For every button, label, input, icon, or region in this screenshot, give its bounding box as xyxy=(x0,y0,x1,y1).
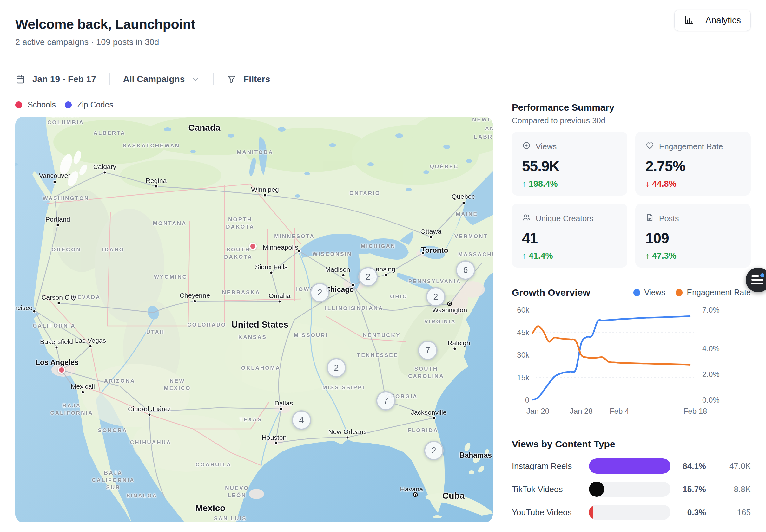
map-city-label: Washington xyxy=(432,306,467,314)
map-city-dot xyxy=(154,185,158,188)
map-region-label: SONORA xyxy=(98,427,127,434)
svg-text:0: 0 xyxy=(525,396,529,404)
map-city-dot xyxy=(278,300,282,303)
map-city-label: Sioux Falls xyxy=(255,263,288,271)
map-region-label: BAJA CALIFORNIA SUR xyxy=(92,470,135,491)
growth-legend-item[interactable]: Engagement Rate xyxy=(676,288,751,297)
map-cluster-marker[interactable]: 4 xyxy=(292,410,311,430)
map-city-dot xyxy=(270,271,273,275)
map-cluster-marker[interactable]: 2 xyxy=(426,287,445,307)
map-region-label: NEVADA xyxy=(73,294,101,301)
map-cluster-marker[interactable]: 6 xyxy=(456,260,475,280)
map-region-label: OREGON xyxy=(51,246,81,254)
map-region-label: UTAH xyxy=(146,329,165,336)
filters-button[interactable]: Filters xyxy=(244,74,270,84)
map-region-label: MISSISSIPPI xyxy=(322,384,365,392)
zipcodes-dot-icon xyxy=(65,101,72,108)
map-city-dot xyxy=(421,251,425,255)
growth-legend-label: Engagement Rate xyxy=(687,288,751,297)
map-city-dot xyxy=(57,302,61,305)
map-region-label: SOUTH DAKOTA xyxy=(224,246,252,261)
map-city-dot xyxy=(263,194,267,197)
campaign-selector[interactable]: All Campaigns xyxy=(123,74,185,84)
content-type-percent: 0.3% xyxy=(671,508,706,517)
legend-zipcodes[interactable]: Zip Codes xyxy=(65,100,113,109)
content-type-value: 8.8K xyxy=(706,484,751,494)
content-type-percent: 84.1% xyxy=(671,461,706,471)
map-city-label: Vancouver xyxy=(39,172,70,179)
map-city-dot xyxy=(429,236,433,239)
map-city-label: Madison xyxy=(325,266,350,273)
geo-map[interactable]: CanadaUnited StatesMexicoCubaBahamasBRIT… xyxy=(15,117,493,522)
chevron-down-icon[interactable] xyxy=(191,75,200,84)
map-city-label: ncisco xyxy=(15,304,33,312)
map-city-label: Cheyenne xyxy=(179,292,210,299)
growth-legend: ViewsEngagement Rate xyxy=(633,288,751,297)
map-region-label: COLORADO xyxy=(187,321,226,329)
map-region-label: KANSAS xyxy=(238,334,267,341)
map-region-label: BAJA CALIFORNIA xyxy=(50,402,93,417)
map-region-label: NEWFOU xyxy=(472,117,493,123)
map-region-label: SINALOA xyxy=(126,492,157,500)
map-region-label: NUEVO LEÓN xyxy=(225,485,249,499)
map-cluster-marker[interactable]: 7 xyxy=(418,341,438,360)
performance-summary-title: Performance Summary xyxy=(512,102,751,113)
map-city-dot xyxy=(352,283,355,287)
map-region-label: SASKATCHEWAN xyxy=(123,142,180,150)
stat-label: Posts xyxy=(659,214,679,223)
analytics-button[interactable]: Analytics xyxy=(674,10,751,31)
map-city-label: Bakersfield xyxy=(40,338,73,346)
growth-legend-item[interactable]: Views xyxy=(633,288,665,297)
school-marker[interactable] xyxy=(249,243,257,250)
stat-value: 109 xyxy=(646,230,741,247)
content-type-bar-fill xyxy=(589,482,604,497)
map-region-label: NEBRASKA xyxy=(222,289,260,296)
map-cluster-marker[interactable]: 2 xyxy=(310,283,330,302)
growth-overview-title: Growth Overview xyxy=(512,287,590,298)
map-region-label: MANITOBA xyxy=(237,149,273,156)
map-cluster-marker[interactable]: 2 xyxy=(327,358,346,378)
content-type-bar-track xyxy=(589,505,671,520)
map-region-label: CALIFORNIA xyxy=(33,322,76,330)
stat-card-creators: Unique Creators 41 ↑ 41.4% xyxy=(512,204,627,268)
map-city-dot xyxy=(280,407,283,411)
analytics-button-label: Analytics xyxy=(705,15,741,25)
engagement-icon xyxy=(646,141,654,152)
map-city-label: New Orleans xyxy=(328,428,367,436)
performance-summary-subtitle: Compared to previous 30d xyxy=(512,116,751,125)
map-region-label: MAINE xyxy=(456,211,478,218)
map-cluster-marker[interactable]: 2 xyxy=(358,267,378,287)
map-city-dot xyxy=(55,346,58,349)
map-city-label: Mexicali xyxy=(71,383,95,390)
posts-icon xyxy=(646,213,654,224)
map-cluster-marker[interactable]: 2 xyxy=(424,441,444,460)
date-range[interactable]: Jan 19 - Feb 17 xyxy=(32,74,96,84)
bar-chart-icon xyxy=(684,16,694,25)
map-city-label: Minneapolis xyxy=(263,243,298,251)
map-city-dot xyxy=(81,391,85,394)
legend-schools[interactable]: Schools xyxy=(15,100,56,109)
content-type-value: 165 xyxy=(706,508,751,517)
map-city-label: Quebec xyxy=(451,193,475,200)
map-cluster-marker[interactable]: 7 xyxy=(376,391,396,411)
map-country-label: Mexico xyxy=(196,503,226,513)
right-panel: Performance Summary Compared to previous… xyxy=(512,102,751,527)
svg-text:30k: 30k xyxy=(517,351,529,359)
school-marker[interactable] xyxy=(58,366,65,374)
stat-value: 41 xyxy=(522,230,617,247)
map-region-label: VERMONT xyxy=(454,233,488,240)
map-city-dot xyxy=(462,201,465,205)
map-region-label: TEXAS xyxy=(239,416,262,424)
svg-text:60k: 60k xyxy=(517,306,529,314)
map-region-label: OHIO xyxy=(390,293,407,301)
content-type-bar-track xyxy=(589,458,671,474)
filter-bar: Jan 19 - Feb 17 All Campaigns Filters xyxy=(15,70,270,88)
map-legend: Schools Zip Codes xyxy=(15,100,113,109)
calendar-icon xyxy=(15,74,25,84)
stat-label: Views xyxy=(535,142,556,151)
map-region-label: MISSOURI xyxy=(294,332,328,339)
map-region-label: SAN LUIS xyxy=(214,515,247,522)
map-region-label: WASHINGTON xyxy=(43,195,89,202)
content-type-label: TikTok Videos xyxy=(512,484,589,494)
map-region-label: AN xyxy=(485,125,493,133)
